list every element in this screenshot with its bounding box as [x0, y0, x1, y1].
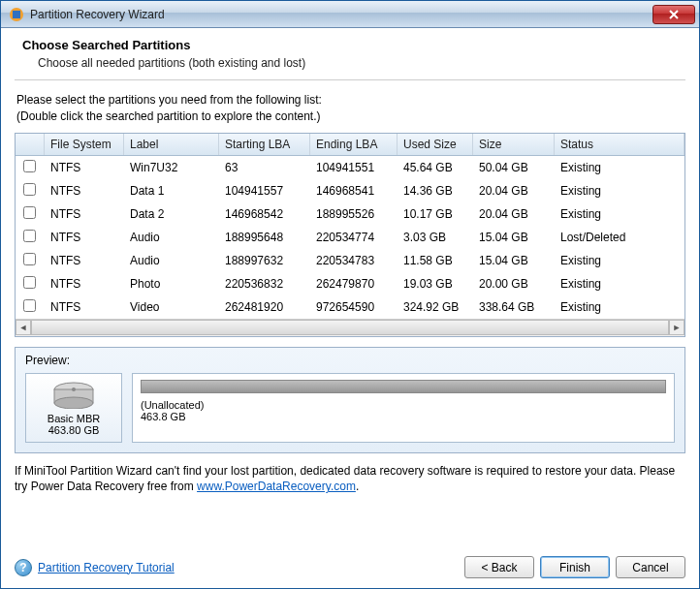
help-icon[interactable]: ?: [15, 559, 32, 576]
cell-filesystem: NTFS: [45, 203, 124, 225]
cell-status: Existing: [555, 273, 684, 294]
footer: ? Partition Recovery Tutorial < Back Fin…: [15, 546, 685, 578]
table-row[interactable]: NTFSPhoto22053683226247987019.03 GB20.00…: [16, 272, 684, 295]
finish-button[interactable]: Finish: [540, 556, 610, 578]
wizard-body: Choose Searched Partitions Choose all ne…: [1, 28, 699, 588]
preview-panel: Preview: Basic MBR 463.80 GB (Unallocate…: [15, 347, 685, 453]
cell-starting-lba: 262481920: [219, 296, 310, 318]
window-title: Partition Recovery Wizard: [30, 8, 652, 21]
hdd-icon: [50, 380, 97, 409]
titlebar[interactable]: Partition Recovery Wizard: [1, 1, 699, 28]
page-subtitle: Choose all needed partitions (both exist…: [38, 56, 678, 70]
table-body: NTFSWin7U326310494155145.64 GB50.04 GBEx…: [16, 156, 684, 319]
table-header: File System Label Starting LBA Ending LB…: [16, 134, 684, 156]
cell-ending-lba: 146968541: [310, 180, 398, 202]
app-icon: [9, 7, 24, 22]
svg-point-5: [72, 388, 76, 391]
row-checkbox[interactable]: [23, 299, 36, 312]
col-ending-lba[interactable]: Ending LBA: [310, 134, 398, 155]
preview-content: Basic MBR 463.80 GB (Unallocated) 463.8 …: [25, 373, 675, 443]
instructions: Please select the partitions you need fr…: [16, 92, 685, 125]
power-data-recovery-link[interactable]: www.PowerDataRecovery.com: [197, 480, 356, 493]
cell-filesystem: NTFS: [45, 180, 124, 202]
table-row[interactable]: NTFSData 110494155714696854114.36 GB20.0…: [16, 179, 684, 202]
scroll-thumb[interactable]: [31, 320, 669, 335]
cell-label: Audio: [124, 227, 219, 248]
cell-status: Existing: [555, 250, 684, 271]
cell-starting-lba: 188997632: [219, 250, 310, 271]
horizontal-scrollbar[interactable]: ◄ ►: [16, 319, 684, 336]
partition-label: (Unallocated): [141, 399, 666, 411]
cell-used-size: 10.17 GB: [398, 203, 473, 225]
page-title: Choose Searched Partitions: [22, 38, 678, 52]
disk-name: Basic MBR: [30, 413, 117, 424]
partition-preview-box[interactable]: (Unallocated) 463.8 GB: [132, 373, 675, 443]
cell-status: Existing: [555, 157, 684, 178]
col-label[interactable]: Label: [124, 134, 219, 155]
button-bar: < Back Finish Cancel: [464, 556, 685, 578]
cell-status: Existing: [555, 180, 684, 202]
cell-filesystem: NTFS: [45, 250, 124, 271]
cell-ending-lba: 220534783: [310, 250, 398, 271]
cell-used-size: 11.58 GB: [398, 250, 473, 271]
cell-ending-lba: 972654590: [310, 296, 398, 318]
cell-starting-lba: 220536832: [219, 273, 310, 294]
cell-label: Audio: [124, 250, 219, 271]
help-link-group: ? Partition Recovery Tutorial: [15, 559, 175, 576]
table-row[interactable]: NTFSData 214696854218899552610.17 GB20.0…: [16, 202, 684, 226]
cell-used-size: 45.64 GB: [398, 157, 473, 178]
col-status[interactable]: Status: [555, 134, 684, 155]
table-row[interactable]: NTFSVideo262481920972654590324.92 GB338.…: [16, 295, 684, 319]
row-checkbox[interactable]: [23, 183, 36, 196]
col-checkbox[interactable]: [16, 134, 45, 155]
close-button[interactable]: [652, 5, 695, 24]
preview-label: Preview:: [25, 354, 675, 367]
cell-size: 338.64 GB: [473, 296, 555, 318]
scroll-left-icon[interactable]: ◄: [16, 320, 31, 335]
cell-used-size: 324.92 GB: [398, 296, 473, 318]
table-row[interactable]: NTFSAudio18899763222053478311.58 GB15.04…: [16, 249, 684, 272]
cell-filesystem: NTFS: [45, 273, 124, 294]
instruction-line: (Double click the searched partition to …: [16, 108, 685, 125]
cancel-button[interactable]: Cancel: [616, 556, 685, 578]
back-button[interactable]: < Back: [464, 556, 534, 578]
row-checkbox[interactable]: [23, 160, 36, 172]
cell-size: 15.04 GB: [473, 250, 555, 271]
row-checkbox[interactable]: [23, 253, 36, 265]
cell-used-size: 14.36 GB: [398, 180, 473, 202]
cell-used-size: 3.03 GB: [398, 227, 473, 248]
instruction-line: Please select the partitions you need fr…: [16, 92, 685, 108]
partition-bar: [141, 380, 666, 393]
cell-ending-lba: 188995526: [310, 203, 398, 225]
cell-status: Lost/Deleted: [555, 227, 684, 248]
svg-point-4: [54, 397, 93, 409]
row-checkbox[interactable]: [23, 276, 36, 289]
col-size[interactable]: Size: [473, 134, 555, 155]
cell-ending-lba: 104941551: [310, 157, 398, 178]
disk-box[interactable]: Basic MBR 463.80 GB: [25, 373, 122, 443]
row-checkbox[interactable]: [23, 206, 36, 219]
col-starting-lba[interactable]: Starting LBA: [219, 134, 310, 155]
cell-label: Photo: [124, 273, 219, 294]
cell-label: Win7U32: [124, 157, 219, 178]
scroll-track[interactable]: [31, 320, 669, 335]
table-row[interactable]: NTFSAudio1889956482205347743.03 GB15.04 …: [16, 226, 684, 249]
tutorial-link[interactable]: Partition Recovery Tutorial: [38, 561, 175, 574]
row-checkbox[interactable]: [23, 230, 36, 242]
col-filesystem[interactable]: File System: [45, 134, 124, 155]
cell-used-size: 19.03 GB: [398, 273, 473, 294]
col-used-size[interactable]: Used Size: [398, 134, 473, 155]
header-panel: Choose Searched Partitions Choose all ne…: [15, 28, 685, 80]
partition-table: File System Label Starting LBA Ending LB…: [15, 133, 685, 337]
cell-ending-lba: 262479870: [310, 273, 398, 294]
cell-starting-lba: 146968542: [219, 203, 310, 225]
cell-ending-lba: 220534774: [310, 227, 398, 248]
cell-size: 20.04 GB: [473, 180, 555, 202]
cell-filesystem: NTFS: [45, 157, 124, 178]
scroll-right-icon[interactable]: ►: [669, 320, 684, 335]
cell-label: Data 2: [124, 203, 219, 225]
table-row[interactable]: NTFSWin7U326310494155145.64 GB50.04 GBEx…: [16, 156, 684, 179]
cell-label: Video: [124, 296, 219, 318]
cell-starting-lba: 63: [219, 157, 310, 178]
recovery-note: If MiniTool Partition Wizard can't find …: [15, 463, 685, 496]
